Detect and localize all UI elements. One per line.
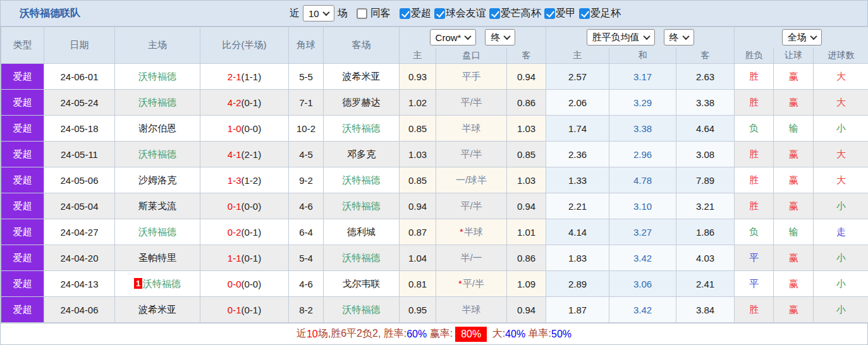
table-row: 爱超 24-05-18 谢尔伯恩 1-0(0-0) 10-2 沃特福德 0.85…: [1, 116, 868, 142]
summary-segment: 近: [296, 327, 307, 341]
goals-cell: 大: [814, 142, 868, 167]
home-team-name: 沃特福德: [138, 71, 176, 82]
date-cell: 24-05-11: [44, 142, 115, 167]
mean-final-select[interactable]: 终: [664, 29, 694, 45]
table-row: 爱超 24-04-13 1沃特福德 0-0(0-0) 4-6 戈尔韦联 0.81…: [1, 271, 868, 297]
score-cell: 2-1(1-1): [200, 64, 289, 90]
corner-cell: 4-6: [289, 193, 324, 219]
handicap-cell: 一/球半: [436, 167, 507, 193]
mean-final-value: 终: [669, 32, 679, 44]
crow-home-odds-cell: 1.02: [400, 90, 436, 116]
table-row: 爱超 24-04-20 圣帕特里 1-1(0-1) 5-4 沃特福德 1.04 …: [1, 245, 868, 271]
full-time-score: 2-1: [228, 71, 241, 82]
mean-type-select[interactable]: 胜平负均值: [587, 29, 655, 45]
home-team-name: 沙姆洛克: [138, 174, 176, 185]
league-checkbox[interactable]: [544, 8, 555, 19]
games-label: 场: [338, 7, 348, 20]
goals-cell: 小: [814, 245, 868, 271]
crow-home-odds-cell: 0.85: [400, 116, 436, 142]
home-team-name: 沃特福德: [143, 278, 181, 289]
same-opponent-checkbox[interactable]: [357, 8, 367, 19]
league-checkbox[interactable]: [434, 8, 445, 19]
corner-cell: 5-4: [289, 245, 324, 271]
away-team-name: 德罗赫达: [343, 97, 381, 107]
sub-header-crow-home: 主: [400, 48, 436, 64]
league-checkbox[interactable]: [489, 8, 500, 19]
away-cell: 沃特福德: [324, 297, 400, 323]
odds-final-value: 终: [491, 32, 500, 44]
handicap-value: 平手: [462, 71, 481, 82]
league-checkbox[interactable]: [579, 8, 590, 19]
let-cell: 输: [774, 116, 814, 142]
full-time-score: 0-1: [228, 201, 241, 212]
team-title: 沃特福德联队: [8, 7, 290, 20]
handicap-cell: *平/半: [436, 271, 507, 297]
goals-cell: 小: [814, 193, 868, 219]
half-time-score: (0-0): [241, 279, 262, 289]
score-cell: 0-2(0-1): [200, 219, 289, 245]
chevron-down-icon: [465, 33, 472, 40]
wdl-cell: 负: [735, 116, 774, 142]
league-filters: 爱超 球会友谊 爱芒高杯 爱甲 爱足杯: [400, 7, 621, 20]
wdl-cell: 平: [735, 271, 774, 297]
wdl-cell: 胜: [735, 64, 774, 90]
full-time-score: 4-1: [228, 149, 241, 160]
goals-cell: 大: [814, 90, 868, 116]
half-time-score: (0-1): [241, 305, 262, 315]
col-header-type: 类型: [1, 27, 44, 64]
score-cell: 4-1(2-1): [200, 142, 289, 167]
corner-cell: 5-5: [289, 64, 324, 90]
corner-cell: 4-5: [289, 142, 324, 167]
corner-cell: 4-6: [289, 271, 324, 297]
home-cell: 沃特福德: [115, 90, 200, 116]
let-cell: 赢: [774, 90, 814, 116]
top-bar: 沃特福德联队 近 10 场 同客 爱超 球会友谊 爱芒高杯 爱甲 爱足杯: [1, 1, 867, 27]
mean-draw-cell: 3.06: [609, 271, 676, 297]
wdl-cell: 胜: [735, 193, 774, 219]
crow-home-odds-cell: 0.95: [400, 297, 436, 323]
handicap-cell: 平/半: [436, 142, 507, 167]
handicap-value: 半球: [462, 304, 481, 315]
league-checkbox[interactable]: [400, 8, 410, 19]
table-row: 爱超 24-05-24 沃特福德 4-2(0-1) 7-1 德罗赫达 1.02 …: [1, 90, 868, 116]
handicap-cell: 半球: [436, 297, 507, 323]
home-team-name: 波希米亚: [138, 304, 176, 315]
handicap-cell: 平手: [436, 64, 507, 90]
full-time-score: 1-1: [228, 253, 241, 263]
mean-home-cell: 2.89: [546, 271, 609, 297]
league-filter-item: 爱超: [400, 7, 431, 20]
mean-draw-cell: 3.38: [609, 116, 676, 142]
recent-count-select[interactable]: 10: [303, 5, 334, 21]
mean-draw-cell: 3.27: [609, 219, 676, 245]
league-cell: 爱超: [1, 245, 44, 271]
summary-segment: 60%: [406, 329, 427, 340]
wdl-cell: 胜: [735, 297, 774, 323]
handicap-value: 平/半: [463, 278, 484, 289]
league-cell: 爱超: [1, 64, 44, 90]
home-team-name: 谢尔伯恩: [138, 123, 176, 133]
league-cell: 爱超: [1, 90, 44, 116]
away-team-name: 德利城: [347, 226, 376, 237]
mean-home-cell: 1.33: [546, 167, 609, 193]
corner-cell: 7-1: [289, 90, 324, 116]
handicap-cell: *半球: [436, 219, 507, 245]
league-cell: 爱超: [1, 193, 44, 219]
date-cell: 24-06-01: [44, 64, 115, 90]
summary-bar: 近10场,胜6平2负2, 胜率:60% 赢率:80% 大:40% 单率:50%: [1, 323, 867, 344]
odds-final-select[interactable]: 终: [485, 29, 515, 45]
odds-company-select[interactable]: Crow*: [430, 29, 477, 45]
sub-header-wdl: 胜负: [735, 48, 774, 64]
score-cell: 0-1(0-1): [200, 297, 289, 323]
summary-segment: 赢率:: [427, 327, 453, 341]
score-cell: 0-1(0-0): [200, 193, 289, 219]
handicap-value: 平/半: [460, 200, 482, 211]
away-team-name: 沃特福德: [343, 200, 381, 211]
home-team-name: 斯莱戈流: [138, 200, 176, 211]
handicap-value: 平/半: [460, 148, 482, 159]
chevron-down-icon: [682, 33, 689, 40]
same-opponent-label: 同客: [370, 7, 391, 20]
away-team-name: 沃特福德: [343, 304, 381, 315]
period-select[interactable]: 全场: [782, 29, 822, 45]
score-cell: 4-2(0-1): [200, 90, 289, 116]
mean-home-cell: 1.87: [546, 297, 609, 323]
